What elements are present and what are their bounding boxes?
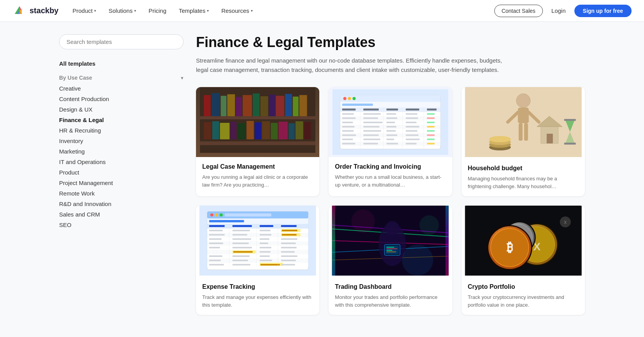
svg-rect-11 bbox=[253, 94, 260, 116]
svg-rect-17 bbox=[299, 95, 307, 117]
svg-rect-153 bbox=[233, 247, 252, 248]
svg-rect-50 bbox=[427, 113, 435, 115]
svg-rect-128 bbox=[281, 225, 297, 227]
contact-sales-button[interactable]: Contact Sales bbox=[494, 5, 543, 17]
logo[interactable]: stackby bbox=[12, 4, 59, 18]
templates-chevron-icon: ▾ bbox=[207, 9, 209, 13]
svg-rect-123 bbox=[209, 220, 244, 222]
sidebar-item-finance-legal[interactable]: Finance & Legal bbox=[59, 115, 184, 125]
svg-rect-13 bbox=[269, 95, 275, 117]
svg-rect-125 bbox=[209, 225, 225, 227]
svg-rect-142 bbox=[209, 238, 222, 240]
svg-rect-43 bbox=[406, 108, 420, 110]
nav-templates[interactable]: Templates ▾ bbox=[174, 4, 214, 17]
card-image-neon bbox=[329, 206, 452, 277]
svg-rect-130 bbox=[209, 230, 223, 231]
card-body: Order Tracking and Invoicing Whether you… bbox=[329, 157, 452, 195]
logo-icon bbox=[12, 4, 26, 18]
sidebar-item-product[interactable]: Product bbox=[59, 167, 184, 178]
svg-rect-12 bbox=[261, 96, 268, 117]
svg-rect-90 bbox=[387, 143, 398, 145]
sidebar-item-seo[interactable]: SEO bbox=[59, 220, 184, 230]
svg-rect-70 bbox=[342, 130, 354, 132]
svg-rect-24 bbox=[255, 122, 261, 140]
svg-rect-76 bbox=[342, 134, 356, 136]
svg-rect-160 bbox=[281, 251, 295, 253]
svg-rect-152 bbox=[209, 247, 220, 248]
sidebar-item-marketing[interactable]: Marketing bbox=[59, 146, 184, 157]
svg-rect-132 bbox=[260, 230, 271, 231]
expense-svg bbox=[196, 206, 319, 276]
login-button[interactable]: Login bbox=[546, 4, 571, 17]
template-grid: Legal Case Management Are you running a … bbox=[196, 87, 585, 315]
svg-rect-80 bbox=[427, 134, 435, 136]
template-card-legal-case-management[interactable]: Legal Case Management Are you running a … bbox=[196, 87, 319, 196]
svg-rect-175 bbox=[261, 264, 280, 265]
sidebar-item-sales-crm[interactable]: Sales and CRM bbox=[59, 209, 184, 220]
sidebar-item-rd-innovation[interactable]: R&D and Innovation bbox=[59, 199, 184, 209]
signup-button[interactable]: Sign up for free bbox=[574, 5, 632, 17]
svg-rect-46 bbox=[342, 113, 354, 115]
svg-rect-176 bbox=[281, 264, 295, 265]
by-use-case-chevron-icon: ▾ bbox=[181, 75, 184, 81]
svg-rect-127 bbox=[260, 225, 273, 227]
svg-rect-5 bbox=[204, 95, 211, 117]
svg-rect-42 bbox=[387, 108, 398, 110]
svg-rect-56 bbox=[427, 117, 435, 119]
sidebar-item-creative[interactable]: Creative bbox=[59, 83, 184, 94]
page-container: All templates By Use Case ▾ Creative Con… bbox=[50, 22, 594, 327]
sidebar-item-inventory[interactable]: Inventory bbox=[59, 136, 184, 146]
sidebar-item-project-management[interactable]: Project Management bbox=[59, 178, 184, 188]
svg-rect-167 bbox=[209, 260, 221, 261]
svg-rect-3 bbox=[200, 141, 315, 145]
svg-rect-137 bbox=[233, 234, 247, 236]
nav-solutions[interactable]: Solutions ▾ bbox=[104, 4, 141, 17]
svg-point-119 bbox=[215, 213, 218, 217]
svg-rect-48 bbox=[387, 113, 396, 115]
nav-pricing[interactable]: Pricing bbox=[144, 4, 171, 17]
svg-rect-169 bbox=[260, 260, 272, 261]
card-title: Crypto Portfolio bbox=[468, 283, 579, 290]
card-description: Whether you run a small local business, … bbox=[335, 173, 446, 189]
svg-rect-158 bbox=[233, 251, 253, 253]
svg-rect-134 bbox=[282, 230, 298, 231]
svg-rect-22 bbox=[237, 123, 246, 140]
card-body: Crypto Portfolio Track your cryptocurren… bbox=[462, 277, 585, 315]
svg-rect-61 bbox=[406, 122, 417, 123]
svg-point-98 bbox=[516, 94, 530, 108]
svg-rect-47 bbox=[364, 113, 381, 115]
svg-rect-131 bbox=[233, 230, 250, 231]
svg-rect-49 bbox=[406, 113, 418, 115]
svg-rect-41 bbox=[364, 108, 379, 110]
sidebar-item-content-production[interactable]: Content Production bbox=[59, 94, 184, 104]
svg-rect-138 bbox=[260, 234, 271, 236]
spreadsheet-svg bbox=[332, 89, 448, 155]
template-card-trading[interactable]: Trading Dashboard Monitor your trades an… bbox=[329, 206, 452, 315]
card-image-crypto: X Ξ ₿ X bbox=[462, 206, 585, 277]
svg-point-118 bbox=[210, 213, 214, 217]
sidebar-item-it-operations[interactable]: IT and Operations bbox=[59, 157, 184, 167]
svg-rect-191 bbox=[387, 248, 397, 249]
by-use-case-label: By Use Case bbox=[59, 75, 92, 81]
svg-rect-78 bbox=[387, 134, 397, 136]
template-card-household-budget[interactable]: Household budget Managing household fina… bbox=[462, 87, 585, 196]
template-card-expense-tracking[interactable]: Expense Tracking Track and manage your e… bbox=[196, 206, 319, 315]
all-templates-link[interactable]: All templates bbox=[59, 60, 184, 67]
search-input[interactable] bbox=[59, 34, 184, 49]
by-use-case-header[interactable]: By Use Case ▾ bbox=[59, 75, 184, 81]
svg-rect-168 bbox=[233, 260, 248, 261]
template-card-order-tracking[interactable]: Order Tracking and Invoicing Whether you… bbox=[329, 87, 452, 196]
card-body: Household budget Managing household fina… bbox=[462, 159, 585, 196]
svg-rect-190 bbox=[387, 247, 394, 248]
svg-rect-26 bbox=[271, 123, 278, 140]
svg-point-36 bbox=[353, 97, 356, 100]
sidebar-item-hr-recruiting[interactable]: HR & Recruiting bbox=[59, 125, 184, 136]
svg-rect-193 bbox=[387, 251, 396, 252]
svg-rect-110 bbox=[546, 134, 553, 143]
template-card-crypto[interactable]: X Ξ ₿ X bbox=[462, 206, 585, 315]
sidebar-item-remote-work[interactable]: Remote Work bbox=[59, 188, 184, 199]
nav-product[interactable]: Product ▾ bbox=[68, 4, 101, 17]
svg-rect-54 bbox=[387, 117, 397, 119]
sidebar-item-design-ux[interactable]: Design & UX bbox=[59, 104, 184, 115]
nav-resources[interactable]: Resources ▾ bbox=[217, 4, 257, 17]
